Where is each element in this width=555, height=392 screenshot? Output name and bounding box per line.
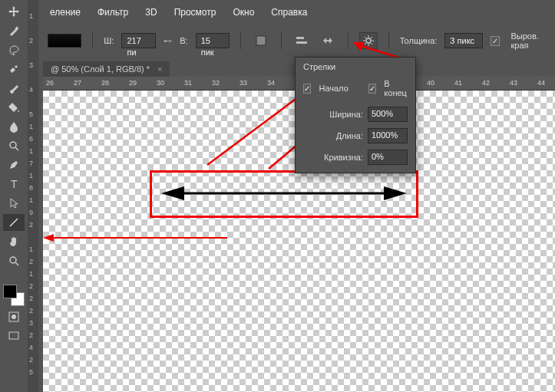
arrow-width-field[interactable]: 500% xyxy=(368,107,408,122)
document-tabbar: @ 50% (Слой 1, RGB/8) * × xyxy=(38,60,170,78)
close-icon[interactable]: × xyxy=(157,64,162,74)
document-tab[interactable]: @ 50% (Слой 1, RGB/8) * × xyxy=(43,61,170,77)
svg-rect-6 xyxy=(256,36,266,45)
arrange-button[interactable] xyxy=(319,32,337,49)
bucket-tool[interactable] xyxy=(3,99,25,116)
text-tool[interactable]: T xyxy=(3,176,25,193)
stroke-swatch[interactable] xyxy=(48,34,81,48)
align-edges-label: Выров. края xyxy=(510,31,555,50)
arrow-length-label: Длина: xyxy=(336,131,363,140)
menu-item[interactable]: 3D xyxy=(145,7,157,18)
width-field[interactable]: 217 пи xyxy=(121,33,156,48)
svg-point-4 xyxy=(12,315,16,319)
menu-item[interactable]: Окно xyxy=(233,7,254,18)
svg-marker-11 xyxy=(161,186,184,200)
menu-item[interactable]: Фильтр xyxy=(97,7,128,18)
arrow-length-field[interactable]: 1000% xyxy=(368,128,408,143)
heal-tool[interactable] xyxy=(3,61,25,77)
hand-tool[interactable] xyxy=(3,233,25,250)
fg-color[interactable] xyxy=(3,285,17,298)
annotation-arrow-4 xyxy=(43,232,231,244)
color-swatches[interactable] xyxy=(3,285,25,306)
tab-title: @ 50% (Слой 1, RGB/8) * xyxy=(51,64,150,74)
end-label: В конец xyxy=(384,79,408,97)
height-label: В: xyxy=(180,36,187,45)
menu-item[interactable]: еление xyxy=(50,7,81,18)
move-tool[interactable] xyxy=(3,3,25,20)
blur-tool[interactable] xyxy=(3,118,25,135)
zoom-tool-2[interactable] xyxy=(3,252,25,269)
svg-point-0 xyxy=(10,142,16,148)
options-bar: Ш: 217 пи ⊷ В: 15 пик Толщина: 3 пикс Вы… xyxy=(38,28,555,54)
svg-point-2 xyxy=(10,257,16,263)
arrow-curve-label: Кривизна: xyxy=(324,153,363,162)
menubar: еление Фильтр 3D Просмотр Окно Справка xyxy=(38,0,307,25)
start-checkbox[interactable] xyxy=(303,84,311,94)
popup-title: Стрелки xyxy=(296,58,415,74)
menu-item[interactable]: Просмотр xyxy=(174,7,216,18)
arrow-width-label: Ширина: xyxy=(329,110,363,119)
width-label: Ш: xyxy=(104,36,114,45)
pen-tool[interactable] xyxy=(3,156,25,173)
toolbox: T xyxy=(0,0,28,392)
height-field[interactable]: 15 пик xyxy=(196,33,230,48)
svg-rect-5 xyxy=(9,332,18,339)
svg-rect-7 xyxy=(296,37,304,39)
svg-text:T: T xyxy=(11,178,18,190)
arrow-curve-field[interactable]: 0% xyxy=(368,150,408,165)
brush-tool[interactable] xyxy=(3,80,25,97)
link-icon[interactable]: ⊷ xyxy=(164,36,172,46)
screenmode-button[interactable] xyxy=(3,328,25,344)
menu-item[interactable]: Справка xyxy=(271,7,307,18)
quickmask-button[interactable] xyxy=(3,308,25,325)
svg-marker-12 xyxy=(384,186,407,200)
fill-mode-button[interactable] xyxy=(252,32,270,49)
start-label: Начало xyxy=(319,84,348,93)
svg-rect-8 xyxy=(296,41,307,44)
arrows-popup: Стрелки Начало В конец Ширина: 500% Длин… xyxy=(295,57,416,173)
zoom-tool[interactable] xyxy=(3,137,25,154)
align-button[interactable] xyxy=(292,32,311,49)
align-edges-checkbox[interactable] xyxy=(491,36,500,46)
wand-tool[interactable] xyxy=(3,22,25,39)
lasso-tool[interactable] xyxy=(3,41,25,58)
svg-marker-14 xyxy=(353,42,364,51)
canvas-line-shape xyxy=(161,184,407,203)
end-checkbox[interactable] xyxy=(368,84,376,94)
svg-marker-20 xyxy=(43,234,54,242)
line-tool[interactable] xyxy=(3,214,25,231)
thickness-field[interactable]: 3 пикс xyxy=(444,33,483,48)
left-number-gutter: 1 2 3 4 5 1 6 1 7 1 8 1 9 2 1 2 1 2 2 2 … xyxy=(28,0,38,392)
path-select-tool[interactable] xyxy=(3,195,25,212)
